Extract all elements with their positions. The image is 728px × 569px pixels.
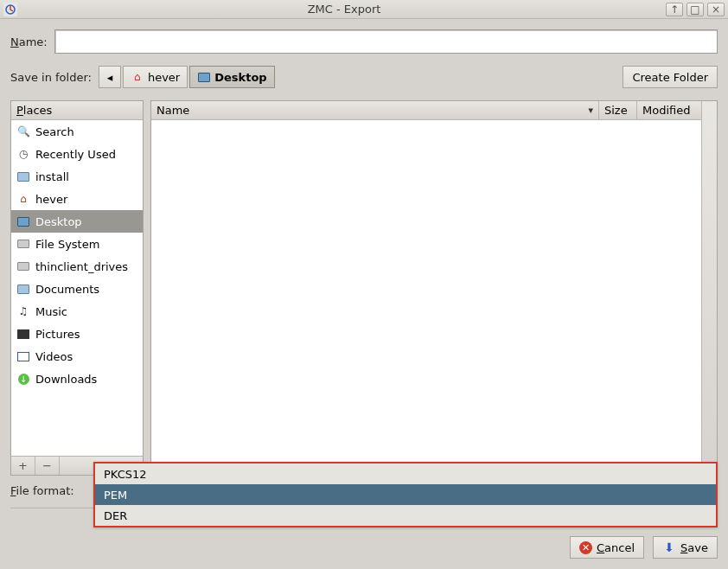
sidebar-item-label: Pictures — [35, 328, 80, 341]
file-format-dropdown: PKCS12PEMDER — [93, 462, 718, 527]
sidebar-item-label: Downloads — [35, 373, 97, 386]
file-list-panel: Name ▾ Size Modified — [150, 100, 718, 476]
sidebar-item-label: Desktop — [35, 215, 82, 228]
download-icon: ↓ — [16, 372, 30, 386]
video-icon — [16, 349, 30, 363]
sidebar-item-home[interactable]: ⌂hever — [11, 188, 143, 210]
path-segment-label: hever — [148, 71, 180, 84]
sort-desc-icon: ▾ — [588, 105, 593, 116]
minus-icon: − — [42, 459, 52, 472]
sidebar-item-videos[interactable]: Videos — [11, 345, 143, 368]
file-list-body[interactable] — [151, 120, 717, 475]
picture-icon — [16, 327, 30, 341]
file-format-label: File format: — [10, 484, 74, 497]
sidebar-item-recent[interactable]: ◷Recently Used — [11, 143, 143, 165]
scrollbar[interactable] — [701, 101, 717, 475]
column-name[interactable]: Name ▾ — [151, 101, 599, 119]
close-button[interactable]: × — [707, 3, 725, 16]
window-title: ZMC - Export — [22, 3, 666, 16]
places-remove-button[interactable]: − — [35, 457, 60, 475]
maximize-button[interactable]: □ — [686, 3, 704, 16]
search-icon: 🔍 — [16, 125, 30, 138]
save-button[interactable]: ⬇ Save — [653, 536, 718, 559]
sidebar-item-filesystem[interactable]: File System — [11, 233, 143, 255]
column-size[interactable]: Size — [599, 101, 637, 119]
plus-icon: + — [18, 459, 28, 472]
sidebar-item-label: Videos — [35, 350, 73, 363]
desktop-icon — [16, 214, 30, 228]
file-format-option-der[interactable]: DER — [95, 505, 716, 526]
create-folder-button[interactable]: Create Folder — [623, 66, 718, 88]
sidebar-item-label: install — [35, 170, 69, 183]
path-segment-label: Desktop — [214, 71, 266, 84]
path-back-button[interactable]: ◂ — [99, 66, 121, 88]
home-icon: ⌂ — [16, 192, 30, 206]
sidebar-item-label: Music — [35, 305, 67, 318]
places-list: 🔍Search◷Recently Usedinstall⌂heverDeskto… — [11, 120, 143, 456]
file-list-header: Name ▾ Size Modified — [151, 101, 717, 120]
drive-icon — [16, 259, 30, 273]
sidebar-item-label: hever — [35, 193, 67, 206]
path-segment-home[interactable]: ⌂ hever — [123, 66, 188, 88]
sidebar-item-thinclient[interactable]: thinclient_drives — [11, 255, 143, 278]
sidebar-item-label: thinclient_drives — [35, 260, 128, 273]
sidebar-item-search[interactable]: 🔍Search — [11, 120, 143, 143]
name-label: Name: — [10, 35, 48, 48]
column-modified[interactable]: Modified — [637, 101, 701, 119]
path-bar: ◂ ⌂ hever Desktop — [99, 66, 275, 88]
music-icon: ♫ — [16, 304, 30, 318]
folder-icon — [16, 169, 30, 183]
sidebar-item-install[interactable]: install — [11, 165, 143, 188]
sidebar-item-label: Documents — [35, 283, 99, 296]
places-header[interactable]: Places — [11, 101, 143, 120]
desktop-icon — [197, 70, 211, 84]
name-input[interactable] — [54, 29, 718, 54]
save-in-folder-label: Save in folder: — [10, 71, 92, 84]
path-segment-current[interactable]: Desktop — [189, 66, 274, 88]
app-icon — [3, 3, 17, 16]
places-add-button[interactable]: + — [11, 457, 35, 475]
sidebar-item-music[interactable]: ♫Music — [11, 300, 143, 323]
sidebar-item-label: Recently Used — [35, 148, 116, 161]
drive-icon — [16, 237, 30, 251]
sidebar-item-documents[interactable]: Documents — [11, 278, 143, 300]
cancel-icon: ✕ — [579, 541, 592, 554]
places-panel: Places 🔍Search◷Recently Usedinstall⌂heve… — [10, 100, 144, 476]
folder-icon — [16, 282, 30, 296]
sidebar-item-pictures[interactable]: Pictures — [11, 323, 143, 345]
sidebar-item-desktop[interactable]: Desktop — [11, 210, 143, 233]
save-icon: ⬇ — [662, 540, 676, 554]
file-format-option-pem[interactable]: PEM — [95, 484, 716, 505]
file-format-option-pkcs12[interactable]: PKCS12 — [95, 464, 716, 484]
sidebar-item-downloads[interactable]: ↓Downloads — [11, 368, 143, 390]
chevron-left-icon: ◂ — [107, 71, 113, 84]
sidebar-item-label: Search — [35, 125, 74, 138]
minimize-button[interactable]: ↑ — [666, 3, 683, 16]
titlebar: ZMC - Export ↑ □ × — [0, 0, 728, 19]
home-icon: ⌂ — [131, 70, 144, 84]
clock-icon: ◷ — [16, 147, 30, 161]
sidebar-item-label: File System — [35, 238, 99, 251]
cancel-button[interactable]: ✕ Cancel — [570, 536, 644, 559]
